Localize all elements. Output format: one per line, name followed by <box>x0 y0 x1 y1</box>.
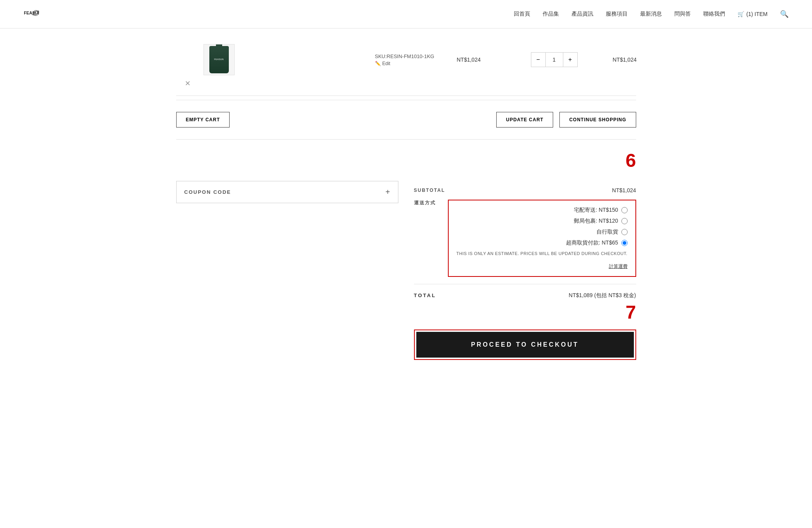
nav-home[interactable]: 回首頁 <box>514 11 530 18</box>
product-sku: SKU:RESIN-FM1010-1KG <box>375 53 453 59</box>
shipping-option-cvs[interactable]: 超商取貨付款: NT$65 <box>456 239 628 246</box>
proceed-to-checkout-button[interactable]: PROCEED TO CHECKOUT <box>416 332 634 358</box>
product-bottle-label: FEASUN <box>214 58 223 61</box>
shipping-option-self-label: 自行取貨 <box>596 229 618 236</box>
nav-services[interactable]: 服務項目 <box>606 11 628 18</box>
total-value: NT$1,089 (包括 NT$3 稅金) <box>569 292 636 299</box>
main-content: FEASUN SKU:RESIN-FM1010-1KG ✏️ Edit NT$1… <box>153 28 660 391</box>
coupon-label: COUPON CODE <box>184 189 231 195</box>
shipping-radio-cvs[interactable] <box>621 240 628 246</box>
product-price: NT$1,024 <box>457 57 527 63</box>
total-row: TOTAL NT$1,089 (包括 NT$3 稅金) <box>414 284 636 303</box>
product-thumbnail: FEASUN <box>203 44 235 75</box>
nav-products[interactable]: 產品資訊 <box>571 11 593 18</box>
nav-faq[interactable]: 問與答 <box>674 11 691 18</box>
shipping-radio-home[interactable] <box>621 207 628 213</box>
order-summary: SUBTOTAL NT$1,024 運送方式 宅配寄送: NT$150 郵局包裹… <box>414 181 636 360</box>
logo-area[interactable]: FEASUN <box>23 6 39 22</box>
shipping-label: 運送方式 <box>414 200 436 206</box>
subtotal-value: NT$1,024 <box>612 187 636 193</box>
proceed-btn-wrapper: PROCEED TO CHECKOUT <box>414 330 636 360</box>
cart-actions-right: UPDATE CART CONTINUE SHOPPING <box>496 112 636 128</box>
continue-shopping-button[interactable]: CONTINUE SHOPPING <box>559 112 636 128</box>
product-bottle-image: FEASUN <box>209 46 229 73</box>
step7-row: 7 <box>414 303 636 322</box>
coupon-section: COUPON CODE + <box>176 181 398 360</box>
quantity-decrease-button[interactable]: − <box>531 53 545 67</box>
calc-shipping-link[interactable]: 計算運費 <box>456 263 628 270</box>
cart-count: (1) ITEM <box>747 11 768 17</box>
shipping-option-post-label: 郵局包裹: NT$120 <box>574 218 618 225</box>
shipping-option-home-label: 宅配寄送: NT$150 <box>574 207 618 214</box>
total-label: TOTAL <box>414 292 436 298</box>
shipping-option-home[interactable]: 宅配寄送: NT$150 <box>456 207 628 214</box>
product-edit-link[interactable]: ✏️ Edit <box>375 61 453 66</box>
divider-1 <box>176 100 636 100</box>
step6-annotation: 6 <box>626 150 636 171</box>
bottom-section: COUPON CODE + SUBTOTAL NT$1,024 運送方式 宅配寄… <box>176 173 636 368</box>
cart-actions: EMPTY CART UPDATE CART CONTINUE SHOPPING <box>176 104 636 139</box>
quantity-control[interactable]: − 1 + <box>531 52 578 67</box>
quantity-increase-button[interactable]: + <box>563 53 577 67</box>
site-header: FEASUN 回首頁 作品集 產品資訊 服務項目 最新消息 問與答 聯絡我們 🛒… <box>0 0 812 28</box>
remove-item-button[interactable]: ✕ <box>176 79 200 88</box>
section-divider <box>176 139 636 140</box>
nav-news[interactable]: 最新消息 <box>640 11 662 18</box>
update-cart-button[interactable]: UPDATE CART <box>496 112 553 128</box>
shipping-option-post[interactable]: 郵局包裹: NT$120 <box>456 218 628 225</box>
step7-annotation: 7 <box>626 303 636 322</box>
product-total: NT$1,024 <box>613 57 636 63</box>
shipping-row: 運送方式 宅配寄送: NT$150 郵局包裹: NT$120 自行取貨 <box>414 197 636 280</box>
shipping-options-box: 宅配寄送: NT$150 郵局包裹: NT$120 自行取貨 超商取貨付款: N… <box>448 200 636 277</box>
logo-icon: FEASUN <box>23 6 39 22</box>
empty-cart-button[interactable]: EMPTY CART <box>176 112 230 128</box>
coupon-box[interactable]: COUPON CODE + <box>176 181 398 203</box>
subtotal-label: SUBTOTAL <box>414 188 445 193</box>
shipping-option-self[interactable]: 自行取貨 <box>456 229 628 236</box>
shipping-radio-self[interactable] <box>621 229 628 235</box>
search-button[interactable]: 🔍 <box>780 10 789 18</box>
cart-icon: 🛒 <box>738 11 744 17</box>
coupon-expand-icon: + <box>386 188 390 197</box>
product-info: SKU:RESIN-FM1010-1KG ✏️ Edit <box>375 53 453 66</box>
shipping-option-cvs-label: 超商取貨付款: NT$65 <box>566 239 618 246</box>
estimate-note: THIS IS ONLY AN ESTIMATE. PRICES WILL BE… <box>456 250 628 257</box>
cart-icon-area[interactable]: 🛒 (1) ITEM <box>738 11 768 17</box>
cart-row: FEASUN SKU:RESIN-FM1010-1KG ✏️ Edit NT$1… <box>176 36 636 96</box>
edit-icon: ✏️ <box>375 61 381 66</box>
edit-label: Edit <box>382 61 391 66</box>
quantity-value: 1 <box>545 53 563 67</box>
main-nav: 回首頁 作品集 產品資訊 服務項目 最新消息 問與答 聯絡我們 🛒 (1) IT… <box>514 10 789 18</box>
shipping-radio-post[interactable] <box>621 218 628 224</box>
nav-contact[interactable]: 聯絡我們 <box>703 11 725 18</box>
subtotal-row: SUBTOTAL NT$1,024 <box>414 181 636 197</box>
nav-portfolio[interactable]: 作品集 <box>543 11 559 18</box>
